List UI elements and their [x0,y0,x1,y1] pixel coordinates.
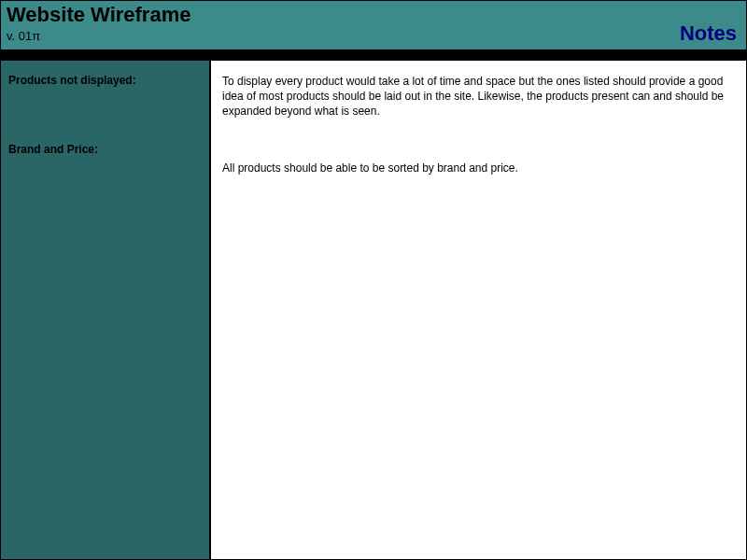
page-title: Website Wireframe [7,3,740,27]
content-area: Products not displayed: Brand and Price:… [1,61,746,559]
section-text-brand-price: All products should be able to be sorted… [222,161,735,175]
section-label-products: Products not displayed: [8,74,202,87]
section-text-products: To display every product would take a lo… [222,74,735,119]
sidebar: Products not displayed: Brand and Price: [1,61,211,559]
header-divider [1,51,746,61]
header: Website Wireframe v. 01π Notes [1,1,746,51]
notes-heading: Notes [680,21,737,46]
version-label: v. 01π [7,29,740,43]
section-label-brand-price: Brand and Price: [8,143,202,156]
main-panel: To display every product would take a lo… [211,61,746,559]
